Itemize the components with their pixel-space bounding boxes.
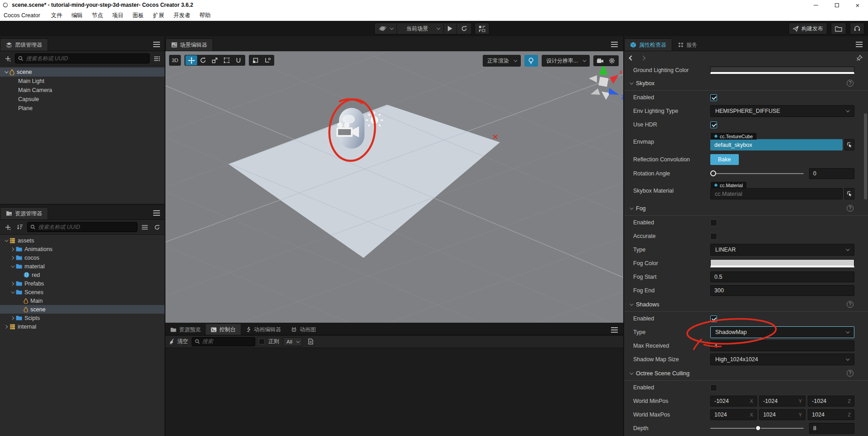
play-button[interactable]	[443, 23, 456, 34]
hierarchy-search[interactable]	[15, 53, 150, 63]
camera-preview-button[interactable]	[594, 56, 606, 66]
tab-assets[interactable]: 资源管理器	[0, 207, 48, 219]
hierarchy-filter-button[interactable]	[152, 53, 162, 63]
history-back-button[interactable]	[629, 55, 634, 60]
bake-button[interactable]: Bake	[710, 154, 739, 165]
tree-node-main-camera[interactable]: Main Camera	[0, 86, 165, 95]
assets-menu-button[interactable]	[153, 210, 160, 216]
tab-console[interactable]: 控制台	[206, 324, 241, 335]
asset-node-cocos[interactable]: cocos	[0, 253, 165, 262]
menu-help[interactable]: 帮助	[195, 12, 215, 19]
menu-panel[interactable]: 面板	[128, 12, 149, 19]
tab-hierarchy[interactable]: 层级管理器	[0, 39, 48, 51]
lighting-toggle-button[interactable]	[524, 55, 538, 67]
history-forward-button[interactable]	[640, 55, 645, 60]
console-search[interactable]: 搜索	[192, 337, 255, 346]
minpos-x-input[interactable]: -1024X	[710, 396, 757, 407]
collapsed-chevron-icon[interactable]	[4, 325, 8, 328]
inspector-menu-button[interactable]	[856, 42, 863, 47]
help-icon[interactable]: ?	[847, 80, 853, 87]
asset-node-main[interactable]: Main	[0, 296, 165, 305]
rotate-tool-button[interactable]	[197, 55, 209, 65]
use-hdr-checkbox[interactable]	[710, 121, 717, 128]
depth-slider[interactable]	[710, 423, 804, 434]
help-icon[interactable]: ?	[847, 370, 853, 377]
skybox-material-field[interactable]: cc.Material	[710, 188, 843, 199]
expand-chevron-icon[interactable]	[11, 290, 15, 293]
menu-file[interactable]: 文件	[47, 12, 67, 19]
log-file-button[interactable]	[306, 337, 316, 347]
tab-services[interactable]: 服务	[672, 39, 703, 51]
envmap-picker-button[interactable]	[844, 139, 854, 150]
fog-type-select[interactable]: LINEAR	[710, 244, 854, 256]
shadows-type-select[interactable]: ShadowMap	[710, 326, 854, 338]
scene-menu-button[interactable]	[611, 42, 618, 47]
skybox-enabled-checkbox[interactable]	[710, 94, 717, 101]
collapsed-chevron-icon[interactable]	[10, 256, 14, 259]
open-folder-button[interactable]	[831, 23, 846, 34]
maxpos-y-input[interactable]: 1024Y	[759, 409, 806, 420]
help-icon[interactable]: ?	[847, 301, 853, 308]
rotation-angle-slider[interactable]	[710, 168, 804, 179]
menu-developer[interactable]: 开发者	[169, 12, 195, 19]
minpos-z-input[interactable]: -1024Z	[808, 396, 854, 407]
inspector-scrollbar[interactable]	[864, 113, 867, 199]
shadows-enabled-checkbox[interactable]	[710, 315, 717, 322]
move-tool-button[interactable]	[185, 55, 197, 65]
asset-node-animations[interactable]: Animations	[0, 245, 165, 253]
hierarchy-menu-button[interactable]	[153, 42, 160, 47]
shadow-map-size-select[interactable]: High_1024x1024	[710, 354, 854, 365]
coordinate-toggle-button[interactable]	[262, 55, 273, 65]
render-mode-select[interactable]: 正常渲染	[483, 55, 521, 67]
add-node-button[interactable]	[3, 53, 13, 63]
tree-node-capsule[interactable]: Capsule	[0, 95, 165, 104]
maximize-button[interactable]	[826, 0, 847, 10]
expand-chevron-icon[interactable]	[5, 69, 8, 73]
tree-node-plane[interactable]: Plane	[0, 104, 165, 113]
fog-enabled-checkbox[interactable]	[710, 219, 717, 226]
section-skybox[interactable]: Skybox ?	[624, 76, 868, 91]
close-button[interactable]: ×	[847, 0, 868, 10]
tab-animation-editor[interactable]: 动画编辑器	[241, 324, 286, 335]
expand-chevron-icon[interactable]	[11, 264, 15, 267]
reload-button[interactable]	[456, 23, 471, 34]
scale-tool-button[interactable]	[209, 55, 221, 65]
clear-console-button[interactable]: 清空	[169, 338, 188, 345]
fog-color-swatch[interactable]	[710, 259, 854, 267]
mode-3d-button[interactable]: 3D	[169, 55, 181, 66]
section-shadows[interactable]: Shadows ?	[624, 297, 868, 312]
asset-node-scipts[interactable]: Scipts	[0, 314, 165, 322]
menu-project[interactable]: 项目	[108, 12, 128, 19]
minimize-button[interactable]	[805, 0, 826, 10]
tab-inspector[interactable]: 属性检查器	[624, 39, 672, 51]
fog-start-input[interactable]: 0.5	[710, 271, 854, 282]
assets-refresh-button[interactable]	[152, 222, 162, 232]
scene-viewport[interactable]: Y x Z 3D	[165, 51, 623, 323]
section-octree[interactable]: Octree Scene Culling ?	[624, 366, 868, 381]
tree-node-main-light[interactable]: Main Light	[0, 77, 165, 86]
collapsed-chevron-icon[interactable]	[10, 247, 14, 251]
pin-icon[interactable]	[856, 55, 863, 61]
ground-lighting-color-swatch[interactable]	[710, 67, 854, 74]
preview-qr-button[interactable]	[474, 23, 489, 34]
menu-extension[interactable]: 扩展	[149, 12, 169, 19]
regex-checkbox[interactable]	[259, 339, 265, 344]
build-publish-button[interactable]: 构建发布	[789, 23, 827, 34]
minpos-y-input[interactable]: -1024Y	[759, 396, 806, 407]
tree-node-scene[interactable]: scene	[0, 68, 165, 77]
maxpos-z-input[interactable]: 1024Z	[808, 409, 854, 420]
fog-end-input[interactable]: 300	[710, 285, 854, 296]
fog-accurate-checkbox[interactable]	[710, 233, 717, 240]
menu-app[interactable]: Cocos Creator	[0, 12, 47, 19]
pivot-toggle-button[interactable]	[250, 55, 262, 65]
octree-enabled-checkbox[interactable]	[710, 384, 717, 391]
assets-search[interactable]	[27, 222, 137, 232]
assets-list-view-button[interactable]	[140, 222, 150, 232]
envmap-asset-field[interactable]: default_skybox	[710, 139, 843, 150]
asset-node-material[interactable]: material	[0, 262, 165, 271]
console-output[interactable]	[165, 348, 623, 436]
collapsed-chevron-icon[interactable]	[10, 316, 14, 320]
menu-edit[interactable]: 编辑	[67, 12, 87, 19]
asset-node-assets[interactable]: assets	[0, 236, 165, 245]
expand-chevron-icon[interactable]	[5, 238, 8, 242]
